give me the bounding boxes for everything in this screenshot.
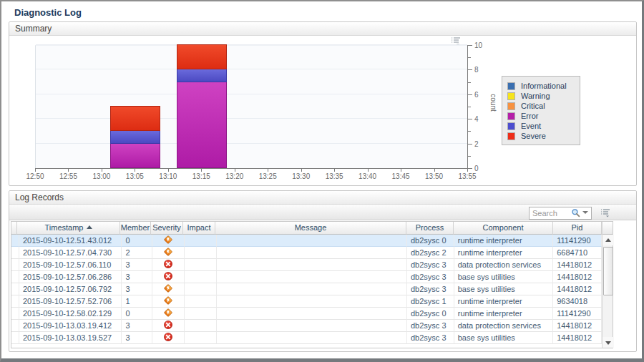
- column-header-component[interactable]: Component: [454, 222, 553, 235]
- log-record-row[interactable]: 2015-09-10-13.03.19.5273db2sysc 3base sy…: [11, 332, 602, 344]
- row-gutter: [11, 308, 19, 320]
- cell-timestamp: 2015-09-10-12.57.06.792: [19, 283, 122, 295]
- cell-timestamp: 2015-09-10-12.57.06.110: [19, 259, 122, 271]
- cell-message: [217, 271, 407, 283]
- cell-component: data protection services: [454, 320, 553, 332]
- y-tick: [468, 45, 472, 46]
- search-icon[interactable]: [571, 207, 580, 220]
- cell-component: base sys utilities: [454, 283, 553, 295]
- chart-legend: InformationalWarningCriticalErrorEventSe…: [502, 76, 580, 145]
- x-tick: [268, 169, 268, 172]
- legend-item-event: Event: [508, 121, 574, 131]
- gridline: [36, 44, 467, 45]
- legend-swatch-icon: [508, 123, 514, 129]
- x-tick: [201, 169, 202, 172]
- scroll-down-button[interactable]: [602, 337, 614, 348]
- cell-process: db2sysc 2: [407, 247, 454, 259]
- severity-warning-icon: [152, 235, 185, 247]
- summary-chart: 12:5012:5513:0013:0513:1013:1513:2013:25…: [9, 36, 636, 185]
- summary-panel-title: Summary: [9, 22, 636, 36]
- log-records-grid: TimestampMemberSeverityImpactMessageProc…: [11, 221, 613, 348]
- log-record-row[interactable]: 2015-09-10-12.58.02.1290db2sysc 0runtime…: [11, 308, 602, 320]
- column-header-impact[interactable]: Impact: [183, 222, 215, 235]
- cell-process: db2sysc 3: [407, 320, 454, 332]
- row-gutter: [11, 332, 19, 344]
- row-gutter: [11, 283, 19, 295]
- cell-impact: [185, 271, 217, 283]
- legend-item-severe: Severe: [508, 131, 574, 141]
- vertical-scrollbar[interactable]: [602, 222, 613, 348]
- log-record-row[interactable]: 2015-09-10-13.03.19.4123db2sysc 3data pr…: [11, 320, 602, 332]
- cell-message: [217, 320, 407, 332]
- log-records-panel: Log Records: [9, 190, 637, 352]
- row-gutter: [11, 295, 19, 308]
- cell-impact: [185, 320, 217, 332]
- search-box: [529, 206, 592, 219]
- column-header-member[interactable]: Member: [120, 222, 151, 235]
- cell-member: 3: [122, 283, 152, 295]
- cell-message: [217, 283, 407, 295]
- log-record-row[interactable]: 2015-09-10-12.57.04.7302db2sysc 2runtime…: [11, 247, 602, 259]
- cell-impact: [185, 332, 217, 344]
- x-tick: [434, 169, 435, 172]
- bar-segment-event: [110, 130, 160, 143]
- cell-process: db2sysc 3: [407, 271, 454, 283]
- cell-pid: 14418012: [553, 283, 602, 295]
- cell-pid: 14418012: [553, 271, 602, 283]
- x-tick: [368, 169, 369, 172]
- bar-segment-severe: [177, 44, 227, 69]
- log-record-row[interactable]: 2015-09-10-12.57.52.7061db2sysc 1runtime…: [11, 295, 602, 308]
- y-tick: [468, 156, 471, 157]
- y-tick: [468, 69, 472, 70]
- cell-impact: [185, 295, 217, 308]
- cell-timestamp: 2015-09-10-12.57.04.730: [19, 247, 122, 259]
- cell-timestamp: 2015-09-10-12.57.06.286: [19, 271, 122, 283]
- grid-header-row: TimestampMemberSeverityImpactMessageProc…: [11, 222, 602, 235]
- cell-pid: 14418012: [553, 259, 602, 271]
- column-header-pid[interactable]: Pid: [553, 222, 602, 235]
- log-record-row[interactable]: 2015-09-10-12.57.06.2863db2sysc 3base sy…: [11, 271, 602, 283]
- cell-message: [217, 332, 407, 344]
- y-axis-title: count: [489, 94, 497, 111]
- y-tick-label: 2: [474, 140, 479, 148]
- x-tick: [168, 169, 169, 172]
- x-tick: [135, 169, 135, 172]
- column-header-timestamp[interactable]: Timestamp: [17, 222, 120, 235]
- y-tick-label: 4: [474, 115, 479, 123]
- cell-message: [217, 247, 407, 259]
- cell-impact: [185, 308, 217, 320]
- cell-process: db2sysc 3: [407, 283, 454, 295]
- column-header-severity[interactable]: Severity: [151, 222, 183, 235]
- y-tick: [468, 94, 472, 95]
- y-tick: [468, 168, 472, 169]
- cell-message: [217, 295, 407, 308]
- y-tick: [468, 107, 471, 107]
- scrollbar-thumb[interactable]: [603, 247, 613, 295]
- log-record-row[interactable]: 2015-09-10-12.57.06.7923db2sysc 3base sy…: [11, 283, 602, 295]
- cell-impact: [185, 247, 217, 259]
- severity-warning-icon: [152, 308, 185, 320]
- cell-process: db2sysc 0: [407, 235, 454, 247]
- severity-error-icon: [152, 332, 185, 344]
- cell-component: base sys utilities: [454, 271, 553, 283]
- cell-pid: 6684710: [553, 247, 602, 259]
- column-header-message[interactable]: Message: [215, 222, 406, 235]
- page-title: Diagnostic Log: [14, 7, 82, 18]
- grid-customize-icon[interactable]: [600, 207, 612, 220]
- legend-label: Severe: [521, 132, 546, 140]
- x-tick-label: 13:50: [420, 172, 449, 180]
- cell-pid: 9634018: [553, 295, 602, 308]
- column-header-process[interactable]: Process: [406, 222, 454, 235]
- scroll-up-button[interactable]: [602, 235, 614, 245]
- row-gutter: [11, 320, 19, 332]
- cell-message: [217, 308, 407, 320]
- x-tick-label: 13:40: [353, 172, 382, 180]
- gridline: [36, 118, 467, 119]
- severity-warning-icon: [152, 295, 185, 308]
- search-options-caret-icon[interactable]: [582, 211, 588, 214]
- severity-error-icon: [152, 271, 185, 283]
- log-record-row[interactable]: 2015-09-10-12.51.43.0120db2sysc 0runtime…: [11, 235, 602, 247]
- cell-member: 0: [122, 308, 152, 320]
- cell-pid: 14418012: [553, 332, 602, 344]
- log-record-row[interactable]: 2015-09-10-12.57.06.1103db2sysc 3data pr…: [11, 259, 602, 271]
